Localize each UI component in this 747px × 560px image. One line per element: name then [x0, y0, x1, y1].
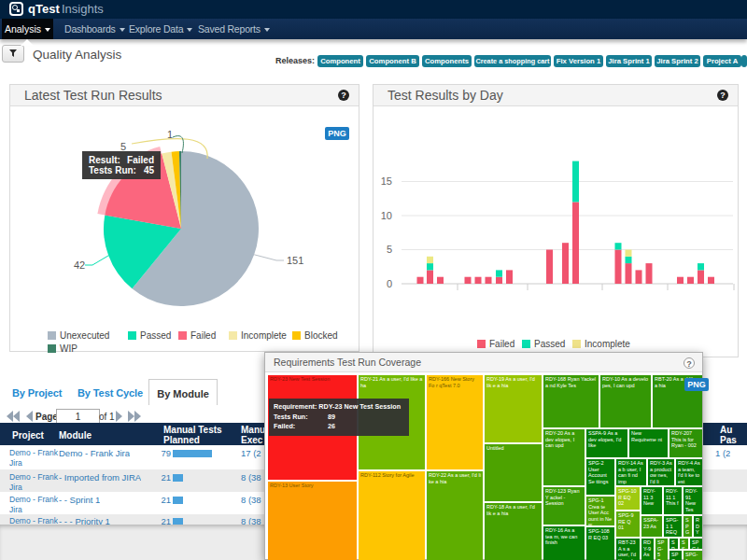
svg-text:0: 0 — [387, 278, 392, 289]
svg-text:1: 1 — [167, 129, 173, 140]
svg-text:42: 42 — [74, 259, 85, 271]
svg-text:10: 10 — [381, 210, 392, 221]
svg-text:5: 5 — [387, 244, 392, 255]
svg-text:15: 15 — [381, 175, 392, 187]
svg-text:151: 151 — [287, 255, 303, 266]
